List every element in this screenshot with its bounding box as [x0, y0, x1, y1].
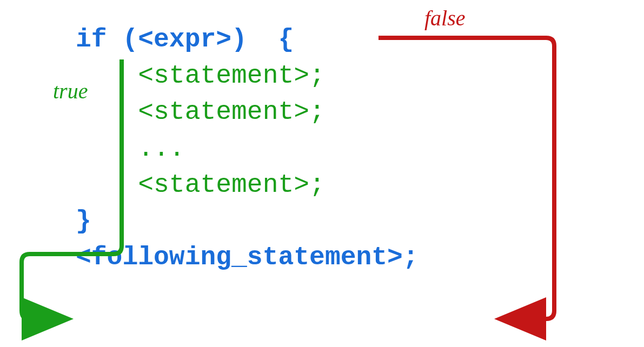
if-line: if (<expr>) { — [76, 22, 419, 58]
body-line-4: <statement>; — [76, 167, 419, 203]
body-line-1: <statement>; — [76, 58, 419, 94]
body-line-3: ... — [76, 131, 419, 167]
if-keyword: if — [76, 25, 107, 54]
condition-expr: (<expr>) — [122, 25, 247, 54]
code-block: if (<expr>) { <statement>; <statement>; … — [76, 22, 419, 276]
ellipsis: ... — [138, 134, 184, 163]
false-label: false — [424, 5, 466, 31]
following-statement: <following_statement>; — [76, 243, 419, 272]
close-brace-line: } — [76, 203, 419, 239]
statement-text: <statement>; — [138, 170, 325, 199]
open-brace: { — [278, 25, 294, 54]
statement-text: <statement>; — [138, 97, 325, 126]
close-brace: } — [76, 206, 91, 236]
body-line-2: <statement>; — [76, 94, 419, 130]
statement-text: <statement>; — [138, 61, 325, 90]
true-label: true — [53, 78, 88, 104]
following-line: <following_statement>; — [76, 239, 419, 276]
